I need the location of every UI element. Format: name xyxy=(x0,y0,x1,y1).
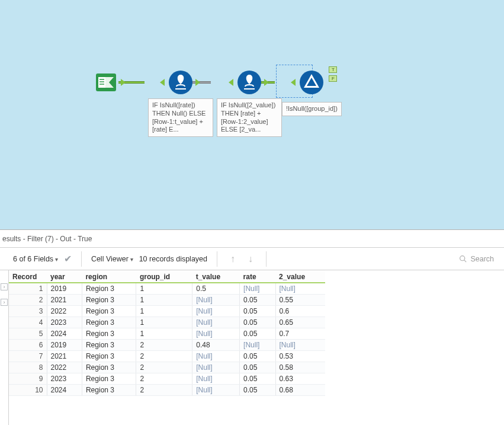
gutter-icon[interactable]: › xyxy=(1,299,8,306)
cell-rec[interactable]: 3 xyxy=(9,306,47,317)
cell-group_id[interactable]: 2 xyxy=(136,373,192,385)
go-down-button[interactable]: ↓ xyxy=(245,254,256,264)
cell-2_value[interactable]: 0.58 xyxy=(275,362,325,373)
cell-rec[interactable]: 8 xyxy=(9,362,47,373)
fields-dropdown[interactable]: 6 of 6 Fields xyxy=(13,255,58,263)
cell-year[interactable]: 2021 xyxy=(47,295,82,306)
cell-2_value[interactable]: 0.6 xyxy=(275,306,325,317)
table-row[interactable]: 32022Region 31[Null]0.050.6 xyxy=(9,306,325,317)
table-row[interactable]: 82022Region 32[Null]0.050.58 xyxy=(9,362,325,373)
column-header-record[interactable]: Record xyxy=(9,270,47,283)
column-header-region[interactable]: region xyxy=(82,270,136,283)
table-row[interactable]: 42023Region 31[Null]0.050.65 xyxy=(9,317,325,328)
column-header-2_value[interactable]: 2_value xyxy=(275,270,325,283)
search-box[interactable]: Search xyxy=(454,252,499,266)
cell-year[interactable]: 2023 xyxy=(47,317,82,328)
cell-2_value[interactable]: 0.68 xyxy=(275,385,325,396)
cell-rec[interactable]: 1 xyxy=(9,283,47,295)
cell-region[interactable]: Region 3 xyxy=(82,351,136,362)
cell-region[interactable]: Region 3 xyxy=(82,283,136,295)
column-header-t_value[interactable]: t_value xyxy=(192,270,240,283)
cell-t_value[interactable]: [Null] xyxy=(192,306,240,317)
column-header-rate[interactable]: rate xyxy=(240,270,275,283)
cell-group_id[interactable]: 1 xyxy=(136,328,192,340)
input-anchor[interactable] xyxy=(291,79,297,86)
cell-region[interactable]: Region 3 xyxy=(82,317,136,328)
cell-year[interactable]: 2019 xyxy=(47,283,82,295)
table-row[interactable]: 92023Region 32[Null]0.050.63 xyxy=(9,373,325,385)
table-row[interactable]: 12019Region 310.5[Null][Null] xyxy=(9,283,325,295)
cell-year[interactable]: 2024 xyxy=(47,385,82,396)
cell-region[interactable]: Region 3 xyxy=(82,328,136,340)
cell-year[interactable]: 2019 xyxy=(47,340,82,351)
table-row[interactable]: 102024Region 32[Null]0.050.68 xyxy=(9,385,325,396)
cell-group_id[interactable]: 2 xyxy=(136,362,192,373)
cell-2_value[interactable]: 0.7 xyxy=(275,328,325,340)
cell-t_value[interactable]: [Null] xyxy=(192,385,240,396)
cell-group_id[interactable]: 2 xyxy=(136,351,192,362)
cell-rec[interactable]: 7 xyxy=(9,351,47,362)
cell-year[interactable]: 2022 xyxy=(47,306,82,317)
go-up-button[interactable]: ↑ xyxy=(227,254,239,264)
cell-region[interactable]: Region 3 xyxy=(82,385,136,396)
cell-region[interactable]: Region 3 xyxy=(82,306,136,317)
check-icon[interactable]: ✔ xyxy=(64,253,72,264)
cell-t_value[interactable]: [Null] xyxy=(192,295,240,306)
cell-region[interactable]: Region 3 xyxy=(82,340,136,351)
cell-t_value[interactable]: [Null] xyxy=(192,328,240,340)
cell-2_value[interactable]: [Null] xyxy=(275,340,325,351)
cell-t_value[interactable]: 0.5 xyxy=(192,283,240,295)
table-row[interactable]: 72021Region 32[Null]0.050.53 xyxy=(9,351,325,362)
cell-2_value[interactable]: [Null] xyxy=(275,283,325,295)
input-anchor[interactable] xyxy=(160,79,166,86)
gutter-icon[interactable]: › xyxy=(1,283,8,290)
cell-rec[interactable]: 4 xyxy=(9,317,47,328)
table-row[interactable]: 52024Region 31[Null]0.050.7 xyxy=(9,328,325,340)
node-multirow-1[interactable]: IF IsNull([rate]) THEN Null() ELSE [Row-… xyxy=(148,70,213,137)
false-anchor[interactable]: F xyxy=(329,75,337,82)
cell-t_value[interactable]: [Null] xyxy=(192,373,240,385)
cell-region[interactable]: Region 3 xyxy=(82,373,136,385)
cell-rate[interactable]: 0.05 xyxy=(240,295,275,306)
output-anchor[interactable] xyxy=(195,79,201,86)
cell-rec[interactable]: 6 xyxy=(9,340,47,351)
cell-rate[interactable]: 0.05 xyxy=(240,328,275,340)
cell-year[interactable]: 2024 xyxy=(47,328,82,340)
cell-group_id[interactable]: 1 xyxy=(136,283,192,295)
cell-2_value[interactable]: 0.53 xyxy=(275,351,325,362)
node-input[interactable] xyxy=(94,70,118,95)
cell-t_value[interactable]: [Null] xyxy=(192,351,240,362)
cell-rate[interactable]: 0.05 xyxy=(240,351,275,362)
output-anchor[interactable] xyxy=(121,79,127,86)
cell-group_id[interactable]: 2 xyxy=(136,385,192,396)
cell-rate[interactable]: 0.05 xyxy=(240,385,275,396)
cell-2_value[interactable]: 0.65 xyxy=(275,317,325,328)
cell-rate[interactable]: 0.05 xyxy=(240,317,275,328)
cell-rate[interactable]: [Null] xyxy=(240,340,275,351)
cell-rate[interactable]: 0.05 xyxy=(240,306,275,317)
cell-2_value[interactable]: 0.63 xyxy=(275,373,325,385)
cell-rec[interactable]: 9 xyxy=(9,373,47,385)
cell-t_value[interactable]: 0.48 xyxy=(192,340,240,351)
table-row[interactable]: 22021Region 31[Null]0.050.55 xyxy=(9,295,325,306)
column-header-group_id[interactable]: group_id xyxy=(136,270,192,283)
cell-group_id[interactable]: 1 xyxy=(136,295,192,306)
cell-region[interactable]: Region 3 xyxy=(82,362,136,373)
node-multirow-2[interactable]: IF IsNull([2_value]) THEN [rate] + [Row-… xyxy=(217,70,282,137)
cell-group_id[interactable]: 1 xyxy=(136,317,192,328)
results-table[interactable]: Recordyearregiongroup_idt_valuerate2_val… xyxy=(9,270,325,396)
cell-year[interactable]: 2022 xyxy=(47,362,82,373)
cell-year[interactable]: 2023 xyxy=(47,373,82,385)
cell-t_value[interactable]: [Null] xyxy=(192,362,240,373)
cell-rec[interactable]: 2 xyxy=(9,295,47,306)
cell-viewer-dropdown[interactable]: Cell Viewer xyxy=(91,255,133,263)
cell-group_id[interactable]: 2 xyxy=(136,340,192,351)
workflow-canvas[interactable]: IF IsNull([rate]) THEN Null() ELSE [Row-… xyxy=(0,0,504,230)
input-anchor[interactable] xyxy=(229,79,235,86)
cell-rate[interactable]: [Null] xyxy=(240,283,275,295)
cell-rec[interactable]: 5 xyxy=(9,328,47,340)
cell-year[interactable]: 2021 xyxy=(47,351,82,362)
cell-t_value[interactable]: [Null] xyxy=(192,317,240,328)
table-row[interactable]: 62019Region 320.48[Null][Null] xyxy=(9,340,325,351)
cell-rate[interactable]: 0.05 xyxy=(240,373,275,385)
